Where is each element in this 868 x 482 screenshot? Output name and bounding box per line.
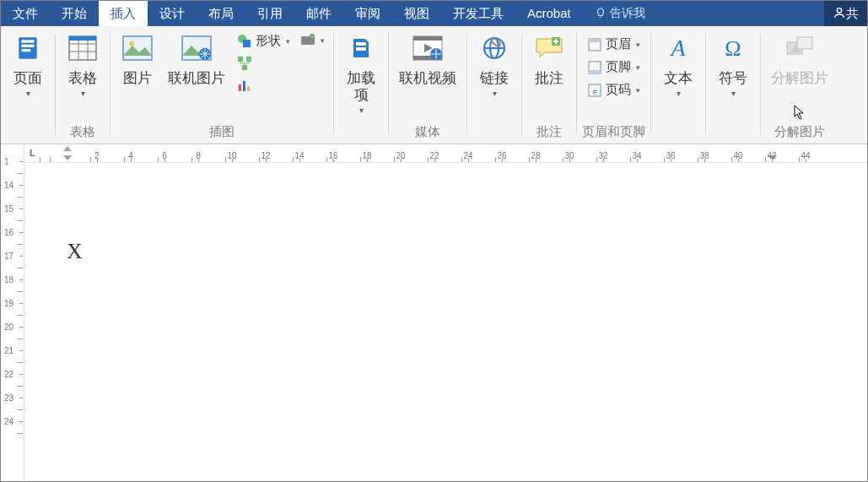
tab-home[interactable]: 开始	[50, 1, 99, 26]
pages-label: 页面	[13, 70, 42, 87]
symbol-button[interactable]: Ω 符号 ▾	[711, 30, 755, 100]
svg-rect-49	[797, 37, 812, 49]
svg-rect-29	[413, 36, 442, 41]
link-icon	[477, 31, 511, 65]
svg-rect-16	[243, 40, 251, 47]
svg-rect-43	[589, 70, 601, 73]
editor-area: 11415161718192021222324 L 24681012141618…	[1, 144, 867, 482]
page-number-icon: #	[587, 83, 602, 98]
svg-point-36	[490, 37, 501, 47]
document-canvas[interactable]: X	[24, 163, 867, 482]
comment-icon	[532, 31, 566, 65]
svg-text:A: A	[669, 35, 686, 61]
symbol-icon: Ω	[716, 31, 750, 65]
group-media-label: 媒体	[415, 124, 440, 142]
table-icon	[66, 31, 100, 65]
svg-text:Ω: Ω	[725, 36, 741, 61]
link-label: 链接	[480, 70, 509, 87]
ruler-mark: 20	[4, 322, 13, 332]
tab-insert[interactable]: 插入	[99, 1, 148, 26]
tab-developer[interactable]: 开发工具	[441, 1, 515, 26]
ruler-mark: 15	[4, 204, 13, 214]
tab-stop-indicator: L	[30, 148, 35, 158]
text-label: 文本	[664, 70, 693, 87]
shapes-label: 形状	[256, 33, 281, 49]
online-picture-label: 联机图片	[168, 70, 225, 87]
horizontal-ruler[interactable]: L 24681012141618202224262830323436384042…	[24, 144, 867, 163]
picture-icon	[121, 31, 154, 65]
svg-rect-20	[239, 84, 241, 91]
picture-label: 图片	[123, 70, 152, 87]
table-button[interactable]: 表格 ▾	[61, 30, 105, 100]
chart-button[interactable]	[234, 76, 294, 95]
group-text: A 文本 ▾	[651, 26, 705, 144]
first-line-indent-marker[interactable]	[63, 146, 72, 151]
ruler-mark: 16	[4, 228, 13, 237]
dropdown-icon: ▾	[493, 89, 497, 98]
page-icon	[11, 31, 45, 65]
svg-text:#: #	[592, 88, 596, 96]
dropdown-icon: ▾	[26, 89, 30, 98]
decompose-picture-button[interactable]: 分解图片	[766, 30, 833, 89]
tell-me-search[interactable]: 告诉我	[588, 1, 652, 26]
screenshot-icon: +	[300, 33, 315, 48]
tab-layout[interactable]: 布局	[197, 1, 245, 26]
svg-rect-26	[356, 42, 366, 46]
tab-mail[interactable]: 邮件	[294, 1, 343, 26]
tell-me-label: 告诉我	[610, 6, 645, 21]
picture-button[interactable]: 图片	[116, 30, 159, 89]
text-button[interactable]: A 文本 ▾	[656, 30, 700, 100]
dropdown-icon: ▾	[731, 89, 736, 98]
online-picture-button[interactable]: 联机图片	[163, 30, 230, 89]
tab-review[interactable]: 审阅	[343, 1, 392, 26]
lightbulb-icon	[595, 7, 607, 21]
smartart-button[interactable]	[234, 54, 294, 73]
ruler-mark: 23	[4, 393, 13, 403]
share-icon	[833, 6, 846, 22]
comment-button[interactable]: 批注	[527, 30, 571, 89]
svg-rect-19	[242, 65, 247, 70]
ribbon-insert: 页面 ▾ 表格 ▾ 表格 图片	[1, 26, 867, 144]
svg-point-0	[837, 8, 841, 12]
header-icon	[587, 37, 602, 52]
hanging-indent-marker[interactable]	[63, 155, 72, 160]
dropdown-icon: ▾	[359, 106, 364, 115]
svg-rect-2	[22, 40, 35, 42]
page-number-button[interactable]: # 页码 ▾	[584, 80, 644, 100]
link-button[interactable]: 链接 ▾	[472, 30, 516, 100]
dropdown-icon: ▾	[321, 36, 325, 45]
tab-file[interactable]: 文件	[1, 1, 50, 26]
addin-button[interactable]: 加载 项 ▾	[339, 30, 383, 116]
group-addins: 加载 项 ▾	[334, 26, 388, 144]
share-button[interactable]: 共	[824, 1, 867, 26]
online-picture-icon	[180, 31, 213, 65]
vertical-ruler[interactable]: 11415161718192021222324	[1, 144, 24, 482]
dropdown-icon: ▾	[286, 37, 290, 46]
footer-button[interactable]: 页脚 ▾	[584, 57, 644, 77]
group-decompose: 分解图片 分解图片	[761, 26, 838, 144]
online-video-button[interactable]: 联机视频	[394, 30, 461, 89]
group-comments: 批注 批注	[522, 26, 576, 144]
svg-point-12	[129, 41, 134, 46]
header-button[interactable]: 页眉 ▾	[584, 35, 644, 54]
group-page: 页面 ▾	[1, 26, 55, 144]
svg-rect-41	[589, 39, 601, 42]
online-video-label: 联机视频	[399, 70, 456, 87]
svg-rect-3	[22, 45, 35, 47]
tab-ref[interactable]: 引用	[245, 1, 294, 26]
group-comments-label: 批注	[536, 124, 562, 142]
dropdown-icon: ▾	[636, 63, 640, 72]
screenshot-button[interactable]: + ▾	[297, 31, 328, 50]
pages-button[interactable]: 页面 ▾	[6, 30, 50, 100]
ruler-mark: 24	[4, 417, 13, 426]
svg-rect-11	[123, 36, 152, 60]
tab-view[interactable]: 视图	[392, 1, 441, 26]
addin-icon	[344, 31, 378, 65]
tab-design[interactable]: 设计	[148, 1, 197, 26]
ruler-mark: 17	[4, 252, 13, 261]
addin-label: 加载 项	[347, 70, 375, 104]
tab-acrobat[interactable]: Acrobat	[515, 1, 583, 26]
document-text[interactable]: X	[67, 239, 867, 264]
group-symbol: Ω 符号 ▾	[706, 26, 760, 144]
shapes-button[interactable]: 形状 ▾	[234, 31, 294, 51]
